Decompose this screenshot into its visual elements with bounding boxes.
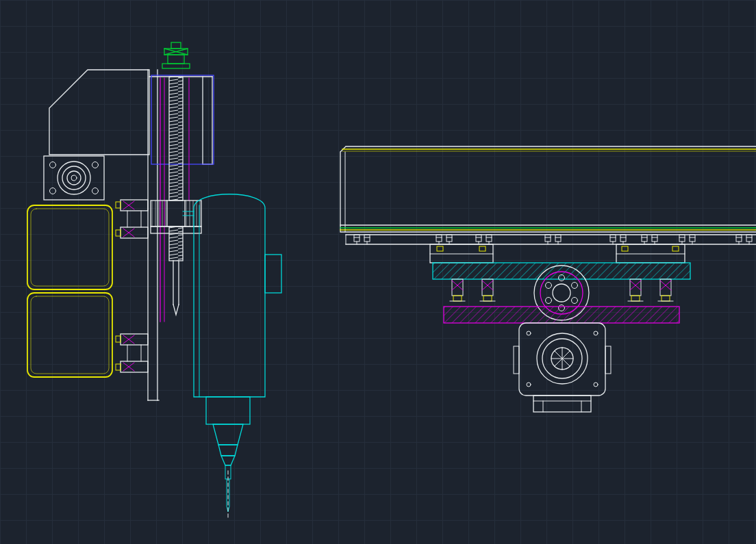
- flange-bolt[interactable]: [620, 235, 626, 244]
- spindle-assembly[interactable]: [27, 42, 281, 519]
- clamp-post[interactable]: [450, 279, 465, 301]
- ballscrew[interactable]: [169, 77, 183, 315]
- clamp-post[interactable]: [628, 279, 643, 301]
- rail-clamp-upper[interactable]: [116, 200, 148, 238]
- z-motor-flange[interactable]: [44, 156, 104, 200]
- rail-flange[interactable]: [346, 235, 756, 244]
- drawing-canvas[interactable]: [0, 0, 756, 544]
- flange-bolt[interactable]: [736, 235, 742, 244]
- flange-bolt[interactable]: [446, 235, 452, 244]
- rail-clamp-lower[interactable]: [116, 334, 148, 372]
- cad-viewport[interactable]: [0, 0, 756, 544]
- clamp-post[interactable]: [480, 279, 495, 301]
- gantry-beam[interactable]: [340, 146, 756, 232]
- z-axis-bracket[interactable]: [49, 70, 149, 155]
- flange-bolt[interactable]: [364, 235, 370, 244]
- flange-bolt[interactable]: [746, 235, 752, 244]
- flange-bolt[interactable]: [354, 235, 360, 244]
- pulley[interactable]: [162, 42, 190, 68]
- flange-bolt[interactable]: [486, 235, 492, 244]
- flange-bolt[interactable]: [642, 235, 647, 244]
- flange-bolt[interactable]: [610, 235, 616, 244]
- gearbox-motor[interactable]: [514, 323, 611, 412]
- rail-carriage-left[interactable]: [430, 244, 493, 263]
- flange-bolt[interactable]: [545, 235, 551, 244]
- flange-bolt[interactable]: [476, 235, 481, 244]
- flange-bolt[interactable]: [679, 235, 685, 244]
- cover-plates[interactable]: [27, 205, 112, 377]
- clamp-post[interactable]: [658, 279, 673, 301]
- rail-carriage-right[interactable]: [616, 244, 685, 263]
- flange-bolt[interactable]: [436, 235, 442, 244]
- drive-plate[interactable]: [444, 307, 679, 323]
- flange-bolt[interactable]: [690, 235, 695, 244]
- table-assembly[interactable]: [340, 146, 756, 412]
- flange-bolt[interactable]: [555, 235, 561, 244]
- flange-bolt[interactable]: [652, 235, 657, 244]
- spindle-motor[interactable]: [183, 194, 281, 519]
